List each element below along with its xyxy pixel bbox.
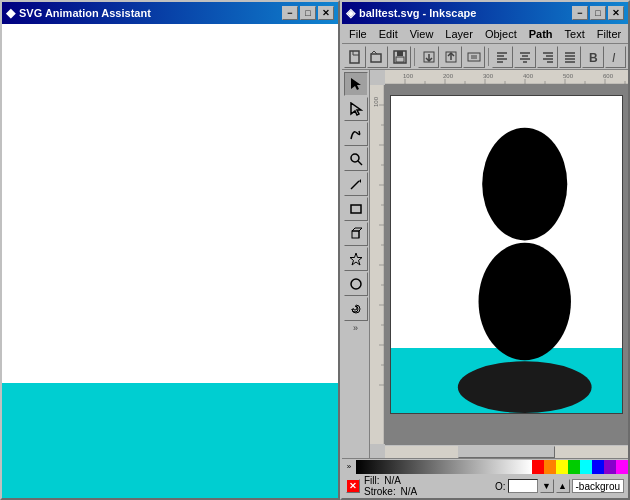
svg-point-34 [351,154,359,162]
ruler-area: 100 200 300 400 500 600 [370,70,628,458]
opacity-up-button[interactable]: ▲ [556,479,570,493]
svg-text:600: 600 [603,73,614,79]
swatch-yellow[interactable] [556,460,568,474]
menu-text[interactable]: Text [560,27,590,41]
svg-point-43 [351,279,361,289]
right-maximize-button[interactable]: □ [590,6,606,20]
opacity-input[interactable] [508,479,538,493]
fill-info: Fill: N/A [364,475,491,486]
tool-ellipse[interactable] [344,272,368,296]
opacity-down-button[interactable]: ▼ [540,479,554,493]
swatch-purple[interactable] [604,460,616,474]
no-fill-button[interactable]: ✕ [346,479,360,493]
right-minimize-button[interactable]: − [572,6,588,20]
svg-point-80 [482,128,567,241]
tool-star[interactable] [344,247,368,271]
menu-file[interactable]: File [344,27,372,41]
top-ruler: 100 200 300 400 500 600 [385,70,628,85]
svg-line-36 [351,181,359,189]
tb-align-right[interactable] [537,46,559,68]
tb-bold[interactable]: B [582,46,604,68]
tb-italic[interactable]: I [605,46,627,68]
swatch-cyan[interactable] [580,460,592,474]
svg-text:I: I [612,51,616,64]
tb-justify[interactable] [559,46,581,68]
svg-rect-39 [352,231,359,238]
menu-filter[interactable]: Filter [592,27,626,41]
tool-spiral[interactable] [344,297,368,321]
swatch-orange[interactable] [544,460,556,474]
color-bar-expand[interactable]: » [342,460,356,474]
tool-palette: » [342,70,370,458]
tb-new[interactable] [344,46,366,68]
tb-save[interactable] [389,46,411,68]
tool-node[interactable] [344,97,368,121]
right-titlebar: ◈ balltest.svg - Inkscape − □ ✕ [342,2,628,24]
tool-select[interactable] [344,72,368,96]
horizontal-scrollbar[interactable] [385,444,628,458]
svg-marker-37 [359,179,361,183]
left-maximize-button[interactable]: □ [300,6,316,20]
right-titlebar-buttons: − □ ✕ [572,6,624,20]
svg-marker-33 [351,103,361,115]
left-titlebar: ◆ SVG Animation Assistant − □ ✕ [2,2,338,24]
tb-align-left[interactable] [492,46,514,68]
left-close-button[interactable]: ✕ [318,6,334,20]
svg-rect-0 [350,51,359,63]
left-title-icon: ◆ [6,6,15,20]
grayscale-gradient[interactable] [356,460,532,474]
swatch-magenta[interactable] [616,460,628,474]
svg-text:400: 400 [523,73,534,79]
svg-marker-32 [351,78,361,90]
swatch-green[interactable] [568,460,580,474]
color-bar: » [342,459,628,475]
opacity-controls: O: ▼ ▲ -backgrou [495,479,624,493]
menu-bar: File Edit View Layer Object Path Text Fi… [342,24,628,44]
svg-rect-38 [351,205,361,213]
tool-pencil[interactable] [344,172,368,196]
svg-marker-42 [350,253,362,265]
expand-tools-button[interactable]: » [345,322,367,334]
left-titlebar-buttons: − □ ✕ [282,6,334,20]
menu-object[interactable]: Object [480,27,522,41]
left-window-title: SVG Animation Assistant [19,7,151,19]
left-minimize-button[interactable]: − [282,6,298,20]
tool-zoom[interactable] [344,147,368,171]
tool-tweak[interactable] [344,122,368,146]
svg-marker-40 [352,228,362,231]
menu-path[interactable]: Path [524,27,558,41]
tb-export2[interactable] [463,46,485,68]
hscroll-thumb[interactable] [458,446,555,458]
svg-text:100: 100 [403,73,414,79]
svg-text:300: 300 [483,73,494,79]
left-canvas [2,24,338,498]
svg-rect-11 [468,53,480,61]
menu-view[interactable]: View [405,27,439,41]
cyan-bar [2,383,338,498]
toolbar-separator-1 [414,48,415,66]
right-title-icon: ◈ [346,6,355,20]
fill-stroke-info: Fill: N/A Stroke: N/A [364,475,491,497]
right-inner: » 100 200 300 400 [342,70,628,458]
color-strip [356,460,628,474]
tool-rectangle[interactable] [344,197,368,221]
tb-align-center[interactable] [514,46,536,68]
main-area: 100 [370,85,628,444]
hscroll-track[interactable] [385,446,628,458]
svg-canvas [390,95,623,414]
swatch-red[interactable] [532,460,544,474]
tb-open[interactable] [367,46,389,68]
left-ruler: 100 [370,85,385,444]
status-row: ✕ Fill: N/A Stroke: N/A O: ▼ ▲ -backgrou [342,475,628,498]
right-close-button[interactable]: ✕ [608,6,624,20]
menu-edit[interactable]: Edit [374,27,403,41]
tool-3d-box[interactable] [344,222,368,246]
swatch-blue[interactable] [592,460,604,474]
stroke-info: Stroke: N/A [364,486,491,497]
canvas-area[interactable] [385,85,628,444]
tb-export[interactable] [440,46,462,68]
menu-layer[interactable]: Layer [440,27,478,41]
svg-rect-5 [397,51,403,56]
svg-text:200: 200 [443,73,454,79]
tb-import[interactable] [418,46,440,68]
